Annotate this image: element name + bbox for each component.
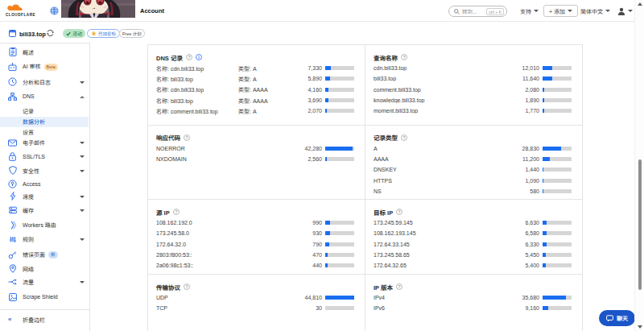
sidebar-item-label: 缓存 bbox=[23, 206, 34, 214]
sidebar-item-scrape-shield[interactable]: Scrape Shield bbox=[0, 292, 89, 303]
panel-row: 名称: comment.bili33.top类型: A2,070 bbox=[156, 106, 354, 116]
sidebar-item-ai-audit[interactable]: AI 审核Beta bbox=[0, 61, 89, 72]
svg-text:?: ? bbox=[398, 209, 401, 214]
panel-row: 2a06:98c1:53::440 bbox=[156, 260, 354, 271]
row-value: 2,070 bbox=[285, 108, 322, 114]
search-input[interactable]: 转到... ctrl + K bbox=[448, 6, 507, 17]
row-value: 1,890 bbox=[502, 97, 539, 103]
row-name: A bbox=[374, 146, 502, 151]
row-name: UDP bbox=[156, 295, 285, 300]
row-name: 172.64.32.65 bbox=[374, 263, 502, 268]
panel-row: IPv435,680 bbox=[374, 292, 572, 303]
panel-row: 名称: bili33.top类型: A5,890 bbox=[156, 73, 354, 84]
search-shortcut-badge: ctrl + K bbox=[486, 8, 504, 15]
chat-button[interactable]: 聊天 bbox=[599, 310, 635, 326]
info-icon bbox=[196, 54, 202, 60]
user-menu[interactable] bbox=[617, 0, 633, 22]
account-label[interactable]: Account bbox=[140, 0, 164, 22]
help-icon: ? bbox=[401, 134, 407, 141]
row-name: TCP bbox=[156, 305, 285, 311]
row-bar bbox=[325, 157, 354, 161]
scrollbar-thumb[interactable] bbox=[638, 159, 642, 290]
panel-row: 108.162.193.1456,580 bbox=[374, 228, 572, 238]
row-name: 172.64.32.0 bbox=[156, 242, 285, 247]
row-name: 名称: cdn.bili33.top bbox=[156, 85, 238, 93]
zone-switch-icon[interactable] bbox=[47, 29, 54, 38]
help-icon: ? bbox=[396, 283, 402, 290]
row-bar bbox=[543, 296, 572, 300]
sidebar-item-dns-settings[interactable]: 设置 bbox=[0, 126, 89, 138]
scroll-up-arrow-icon[interactable] bbox=[638, 2, 642, 6]
user-icon bbox=[617, 7, 625, 15]
panel-ip-version: IP 版本?IPv435,680IPv69,160 bbox=[365, 275, 582, 331]
svg-text:?: ? bbox=[185, 284, 188, 289]
zone-plan-badge: Free 计划 bbox=[119, 29, 145, 38]
account-avatar-image[interactable] bbox=[61, 0, 135, 18]
row-value: 470 bbox=[285, 252, 322, 258]
row-name: 名称: bili33.top bbox=[156, 75, 238, 83]
chevron-down-icon bbox=[80, 142, 85, 144]
panel-row: UDP44,810 bbox=[156, 292, 354, 303]
row-bar bbox=[543, 189, 572, 193]
sidebar-item-access[interactable]: Access bbox=[0, 179, 89, 190]
sidebar-item-rules[interactable]: 规则 bbox=[0, 234, 89, 245]
support-menu[interactable]: 支持 bbox=[520, 0, 539, 22]
sidebar-item-label: 记录 bbox=[23, 107, 34, 115]
row-bar bbox=[543, 263, 572, 267]
scroll-down-arrow-icon[interactable] bbox=[638, 325, 642, 329]
sidebar-item-label: 安全性 bbox=[23, 167, 39, 175]
panel-row: IPv69,160 bbox=[374, 303, 572, 313]
sidebar-item-dns[interactable]: DNS bbox=[0, 91, 89, 102]
row-bar bbox=[543, 66, 572, 70]
language-menu[interactable]: 简体中文 bbox=[580, 0, 610, 22]
add-menu-button[interactable]: + 添加 bbox=[543, 5, 578, 17]
chevron-down-icon bbox=[628, 10, 633, 12]
sidebar-item-label: SSL/TLS bbox=[23, 154, 45, 159]
panel-row: bili33.top11,640 bbox=[374, 73, 572, 84]
row-name: NOERROR bbox=[156, 146, 285, 151]
row-bar bbox=[543, 242, 572, 246]
help-icon: ? bbox=[184, 134, 190, 141]
sidebar-item-caching[interactable]: 缓存 bbox=[0, 205, 89, 216]
row-name: AAAA bbox=[374, 156, 502, 162]
search-placeholder: 转到... bbox=[462, 7, 484, 15]
sidebar-item-workers-routes[interactable]: Workers 路由 bbox=[0, 219, 89, 230]
sidebar-item-analytics-logs[interactable]: 分析和日志 bbox=[0, 77, 89, 88]
page-scrollbar[interactable] bbox=[634, 0, 644, 331]
sidebar-item-overview[interactable]: 概述 bbox=[0, 47, 89, 58]
row-value: 1,440 bbox=[502, 167, 539, 172]
sidebar-item-traffic[interactable]: 流量 bbox=[0, 276, 89, 288]
chevron-down-icon bbox=[605, 10, 610, 12]
row-value: 9,160 bbox=[502, 305, 539, 311]
zone-star-badge[interactable]: 已加星标 bbox=[87, 29, 120, 38]
row-name: NS bbox=[374, 188, 502, 194]
row-bar bbox=[325, 66, 354, 70]
panel-row: A28,830 bbox=[374, 143, 572, 154]
row-bar bbox=[325, 263, 354, 267]
sidebar-item-network[interactable]: 网络 bbox=[0, 263, 89, 275]
sidebar-item-security[interactable]: 安全性 bbox=[0, 165, 89, 176]
collapse-sidebar-button[interactable]: «折叠边栏 bbox=[0, 314, 89, 325]
row-bar bbox=[543, 253, 572, 257]
row-value: 990 bbox=[285, 220, 322, 225]
globe-icon[interactable] bbox=[50, 6, 59, 16]
sidebar-item-label: 流量 bbox=[23, 278, 34, 286]
row-bar bbox=[543, 231, 572, 235]
cloudflare-logo[interactable]: CLOUDFLARE bbox=[6, 4, 47, 19]
sidebar-item-dns-records[interactable]: 记录 bbox=[0, 106, 89, 117]
row-value: 7,330 bbox=[285, 65, 322, 71]
panel-row: 172.64.32.0790 bbox=[156, 239, 354, 250]
chevron-down-icon bbox=[80, 209, 85, 212]
row-type: 类型: A bbox=[238, 75, 285, 83]
workers-icon bbox=[8, 221, 17, 230]
row-value: 6,330 bbox=[502, 242, 539, 247]
sidebar-item-error-pages[interactable]: 错误页面新 bbox=[0, 249, 89, 260]
row-type: 类型: AAAA bbox=[238, 85, 285, 93]
svg-text:?: ? bbox=[398, 284, 401, 289]
sidebar-item-email[interactable]: 电子邮件 bbox=[0, 137, 89, 148]
row-name: 2a06:98c1:53:: bbox=[156, 263, 285, 268]
panel-row: TCP30 bbox=[156, 303, 354, 313]
sidebar-item-label: Access bbox=[23, 181, 41, 187]
sidebar-item-speed[interactable]: 速度 bbox=[0, 191, 89, 202]
sidebar-item-ssl-tls[interactable]: SSL/TLS bbox=[0, 151, 89, 162]
